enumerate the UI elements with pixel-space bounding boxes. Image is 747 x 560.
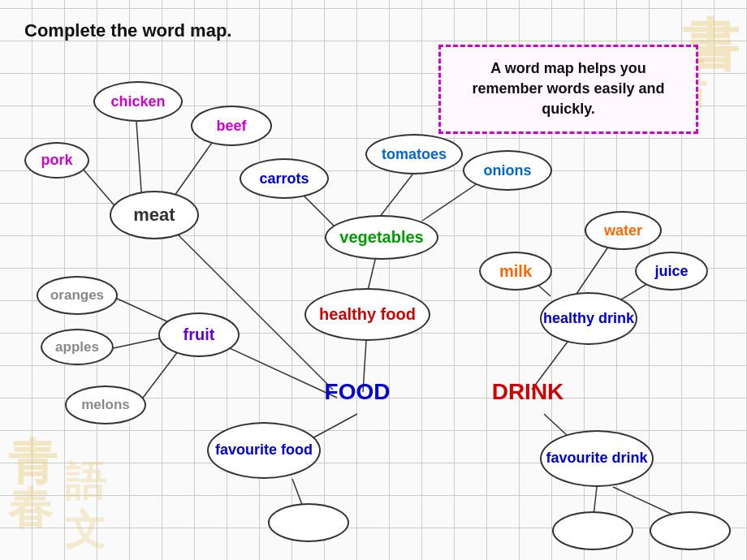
page-instruction: Complete the word map. [24, 20, 231, 41]
node-water: water [585, 211, 662, 250]
watermark-bl3: 語 [65, 454, 106, 509]
node-pork: pork [24, 142, 89, 179]
node-blank-3 [650, 511, 731, 550]
node-drink: DRINK [479, 369, 576, 414]
node-favourite-drink: favourite drink [540, 430, 654, 487]
node-melons: melons [65, 386, 146, 424]
node-meat: meat [110, 191, 199, 239]
node-chicken: chicken [93, 81, 183, 122]
node-juice: juice [635, 252, 708, 291]
watermark-bl1: 青 [8, 430, 57, 496]
node-blank-2 [552, 511, 633, 550]
node-carrots: carrots [240, 158, 329, 199]
svg-line-14 [379, 174, 412, 218]
node-favourite-food: favourite food [207, 422, 321, 479]
node-food: FOOD [317, 369, 398, 414]
node-fruit: fruit [158, 312, 240, 357]
watermark-bl2: 春 [8, 479, 53, 539]
svg-line-9 [114, 297, 171, 323]
node-oranges: oranges [37, 276, 118, 315]
svg-line-10 [110, 337, 166, 349]
node-tomatoes: tomatoes [365, 134, 463, 174]
node-healthy-food: healthy food [304, 288, 430, 341]
node-apples: apples [41, 329, 114, 365]
watermark-bl4: 文 [65, 503, 106, 558]
svg-line-11 [138, 351, 179, 404]
node-healthy-drink: healthy drink [540, 292, 637, 345]
hint-box: A word map helps you remember words easi… [438, 45, 698, 134]
svg-line-1 [158, 215, 333, 390]
node-beef: beef [191, 106, 272, 146]
node-milk: milk [479, 252, 552, 291]
svg-line-6 [136, 122, 142, 203]
node-blank-1 [268, 503, 349, 542]
node-onions: onions [463, 150, 552, 191]
node-vegetables: vegetables [325, 215, 438, 260]
